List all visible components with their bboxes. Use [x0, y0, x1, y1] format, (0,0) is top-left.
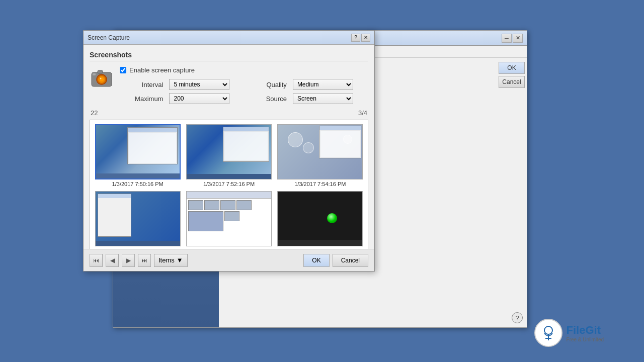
maximum-label: Maximum — [120, 95, 163, 103]
source-label: Source — [251, 95, 287, 103]
enable-checkbox[interactable] — [120, 67, 126, 73]
dialog-help-button[interactable]: ? — [351, 34, 360, 42]
thumbnail-img-5 — [186, 191, 272, 246]
dialog-controls: ? ✕ — [351, 34, 370, 42]
last-page-button[interactable]: ⏭ — [138, 254, 151, 267]
thumbnail-img-1 — [95, 124, 181, 179]
thumbnail-label-3: 1/3/2017 7:54:16 PM — [294, 181, 346, 187]
filegit-logo: FileGit Free & Unlimited — [534, 319, 604, 347]
minimize-button[interactable]: ─ — [502, 34, 512, 43]
screen-capture-dialog: Screen Capture ? ✕ Screenshots — [83, 30, 375, 272]
close-button[interactable]: ✕ — [513, 34, 523, 43]
svg-point-27 — [100, 78, 102, 79]
filegit-tagline: Free & Unlimited — [567, 337, 604, 342]
thumbnails-grid: 1/3/2017 7:50:16 PM 1/3/2017 7:52:16 PM — [90, 120, 368, 258]
thumbnail-img-6 — [277, 191, 363, 246]
svg-rect-28 — [98, 70, 103, 73]
dialog-title: Screen Capture — [88, 34, 351, 41]
thumbnail-6[interactable]: 1/3/2017 8:00:16 PM — [277, 191, 364, 254]
thumbnail-img-2 — [186, 124, 272, 179]
screenshots-area: Enable screen capture Interval 5 minutes… — [90, 66, 368, 109]
items-label: Items — [158, 256, 175, 264]
items-dropdown[interactable]: Items ▼ — [154, 254, 188, 267]
enable-row: Enable screen capture — [120, 66, 368, 74]
main-ok-button[interactable]: OK — [499, 62, 525, 74]
thumbnail-label-2: 1/3/2017 7:52:16 PM — [203, 181, 255, 187]
items-dropdown-arrow: ▼ — [177, 256, 183, 264]
thumbnail-5[interactable]: 1/3/2017 7:58:16 PM — [185, 191, 272, 254]
pagination: 3/4 — [358, 109, 367, 117]
screenshots-controls: Enable screen capture Interval 5 minutes… — [120, 66, 368, 109]
dialog-cancel-button[interactable]: Cancel — [333, 254, 368, 267]
interval-select[interactable]: 5 minutes — [169, 79, 229, 90]
filegit-icon — [534, 319, 562, 347]
thumbnail-img-3 — [277, 124, 363, 179]
filegit-text-group: FileGit Free & Unlimited — [567, 324, 604, 342]
form-grid: Interval 5 minutes Quality Medium Maximu… — [120, 79, 368, 104]
next-page-button[interactable]: ▶ — [122, 254, 135, 267]
pagination-row: 22 3/4 — [90, 109, 368, 117]
thumbnail-4[interactable]: 1/3/2017 7:56:16 PM — [94, 191, 181, 254]
dialog-bottom-bar: ⏮ ◀ ▶ ⏭ Items ▼ OK Cancel — [84, 249, 374, 271]
help-button[interactable]: ? — [512, 312, 523, 323]
interval-label: Interval — [120, 81, 163, 88]
quality-select[interactable]: Medium — [293, 79, 353, 90]
svg-rect-29 — [93, 73, 96, 75]
side-buttons: OK Cancel — [497, 58, 527, 92]
source-select[interactable]: Screen — [293, 93, 353, 104]
prev-page-button[interactable]: ◀ — [106, 254, 119, 267]
svg-point-30 — [544, 326, 552, 334]
dialog-title-bar: Screen Capture ? ✕ — [84, 31, 374, 45]
thumbnail-img-4 — [95, 191, 181, 246]
thumbnail-3[interactable]: 1/3/2017 7:54:16 PM — [277, 124, 364, 187]
main-cancel-button[interactable]: Cancel — [499, 76, 525, 88]
quality-label: Quality — [251, 81, 287, 88]
section-title: Screenshots — [90, 51, 368, 61]
thumbnail-2[interactable]: 1/3/2017 7:52:16 PM — [185, 124, 272, 187]
maximum-select[interactable]: 200 — [169, 93, 229, 104]
filegit-brand: FileGit — [567, 324, 604, 337]
camera-icon — [90, 66, 114, 90]
dialog-close-button[interactable]: ✕ — [361, 34, 370, 42]
dialog-ok-button[interactable]: OK — [303, 254, 329, 267]
enable-label[interactable]: Enable screen capture — [129, 66, 195, 74]
dialog-content: Screenshots Enable screen captu — [84, 45, 374, 264]
thumbnail-label-1: 1/3/2017 7:50:16 PM — [112, 181, 164, 187]
thumbnail-1[interactable]: 1/3/2017 7:50:16 PM — [94, 124, 181, 187]
window-controls: ─ ✕ — [502, 34, 523, 43]
page-count: 22 — [91, 109, 98, 117]
first-page-button[interactable]: ⏮ — [90, 254, 103, 267]
